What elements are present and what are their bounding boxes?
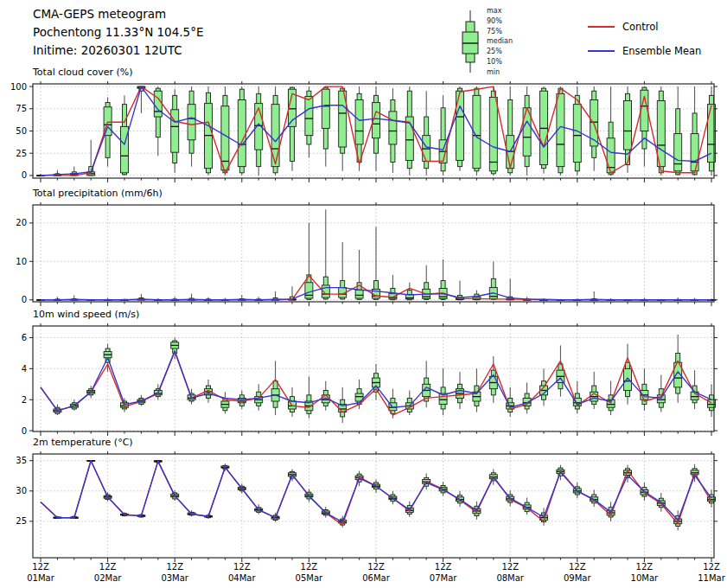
svg-text:10: 10: [16, 257, 27, 266]
svg-text:100: 100: [10, 82, 27, 92]
svg-text:12Z: 12Z: [703, 562, 720, 572]
meteogram-page: CMA-GEPS meteogram Pochentong 11.33°N 10…: [0, 0, 727, 588]
svg-text:01Mar: 01Mar: [27, 573, 54, 583]
svg-text:10Mar: 10Mar: [631, 573, 659, 583]
svg-text:50: 50: [16, 126, 27, 136]
svg-text:12Z: 12Z: [166, 562, 183, 572]
svg-text:6: 6: [22, 333, 27, 342]
svg-text:12Z: 12Z: [367, 562, 385, 572]
svg-text:25: 25: [16, 149, 27, 158]
svg-text:12Z: 12Z: [569, 562, 586, 572]
svg-text:35: 35: [16, 456, 27, 465]
svg-text:11Mar: 11Mar: [698, 573, 725, 583]
meteogram-chart: 025507510001020024625303512Z01Mar12Z02Ma…: [0, 0, 727, 588]
svg-text:4: 4: [22, 364, 27, 374]
svg-text:0: 0: [22, 295, 27, 304]
svg-text:12Z: 12Z: [32, 562, 49, 572]
svg-text:02Mar: 02Mar: [94, 573, 122, 583]
svg-text:03Mar: 03Mar: [161, 573, 188, 583]
svg-text:75: 75: [16, 104, 27, 113]
svg-text:12Z: 12Z: [99, 562, 117, 572]
svg-text:12Z: 12Z: [636, 562, 654, 572]
svg-text:12Z: 12Z: [501, 562, 519, 572]
svg-text:0: 0: [22, 170, 27, 180]
svg-text:12Z: 12Z: [233, 562, 251, 572]
svg-text:04Mar: 04Mar: [228, 573, 256, 583]
svg-text:20: 20: [16, 218, 27, 227]
svg-text:08Mar: 08Mar: [496, 573, 524, 583]
svg-text:12Z: 12Z: [301, 562, 318, 572]
svg-text:09Mar: 09Mar: [564, 573, 591, 583]
svg-text:30: 30: [16, 486, 27, 495]
svg-text:05Mar: 05Mar: [296, 573, 323, 583]
svg-text:12Z: 12Z: [435, 562, 452, 572]
svg-text:06Mar: 06Mar: [362, 573, 390, 583]
svg-text:25: 25: [16, 516, 27, 526]
svg-text:07Mar: 07Mar: [430, 573, 457, 583]
svg-text:0: 0: [22, 426, 27, 436]
svg-text:2: 2: [22, 395, 27, 405]
